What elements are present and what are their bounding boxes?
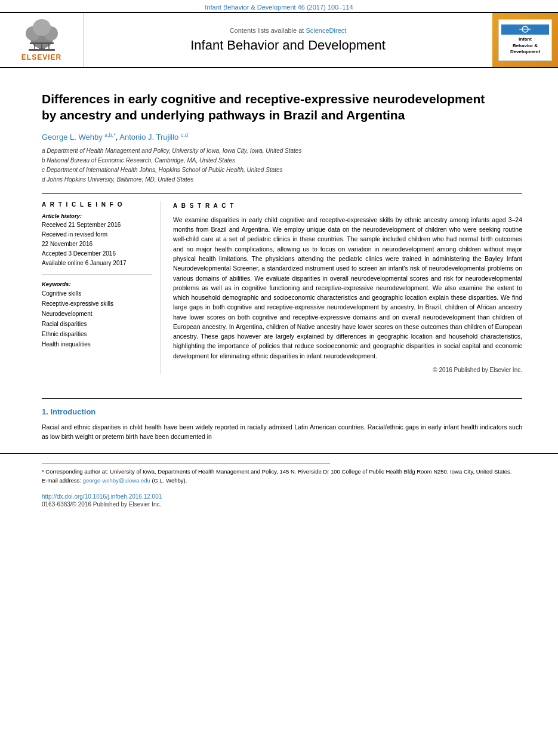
available-date: Available online 6 January 2017 bbox=[42, 259, 152, 268]
elsevier-logo: ELSEVIER bbox=[0, 13, 84, 67]
elsevier-tree-icon bbox=[18, 19, 66, 51]
author-trujillo: Antonio J. Trujillo bbox=[119, 133, 178, 142]
intro-heading: 1. Introduction bbox=[42, 407, 522, 416]
journal-logo-box: Infant Behavior & Development bbox=[498, 19, 552, 61]
svg-rect-9 bbox=[29, 49, 55, 51]
footnote-email-link[interactable]: george-wehby@uiowa.edu bbox=[83, 477, 150, 484]
author-wehby-sup: a,b,* bbox=[104, 132, 116, 138]
keyword-2: Receptive-expressive skills bbox=[42, 299, 152, 309]
contents-label: Contents lists available at bbox=[230, 27, 304, 34]
paper-title: Differences in early cognitive and recep… bbox=[42, 91, 522, 124]
footnote-area: * Corresponding author at: University of… bbox=[0, 453, 558, 490]
article-info-panel: A R T I C L E I N F O Article history: R… bbox=[42, 201, 161, 374]
revised-date: 22 November 2016 bbox=[42, 239, 152, 249]
footnote-divider bbox=[42, 463, 330, 464]
elsevier-brand-text: ELSEVIER bbox=[21, 53, 61, 62]
keyword-1: Cognitive skills bbox=[42, 288, 152, 299]
authors-line: George L. Wehby a,b,*, Antonio J. Trujil… bbox=[42, 132, 522, 142]
article-dates: Received 21 September 2016 Received in r… bbox=[42, 220, 152, 268]
sciencedirect-line: Contents lists available at ScienceDirec… bbox=[230, 27, 347, 34]
keyword-4: Racial disparities bbox=[42, 319, 152, 329]
affiliation-d: d Johns Hopkins University, Baltimore, M… bbox=[42, 175, 522, 184]
doi-link[interactable]: http://dx.doi.org/10.1016/j.infbeh.2016.… bbox=[42, 493, 522, 500]
keyword-6: Health inequalities bbox=[42, 339, 152, 349]
affiliations-block: a Department of Health Management and Po… bbox=[42, 146, 522, 184]
keyword-5: Ethnic disparities bbox=[42, 329, 152, 339]
sciencedirect-link[interactable]: ScienceDirect bbox=[306, 27, 346, 34]
author-trujillo-sup: c,d bbox=[181, 132, 188, 138]
author-wehby: George L. Wehby bbox=[42, 133, 103, 142]
footnote-star: * Corresponding author at: University of… bbox=[42, 468, 522, 476]
logo-text: Infant Behavior & Development bbox=[510, 36, 540, 55]
received-date: Received 21 September 2016 bbox=[42, 220, 152, 230]
affiliation-b: b National Bureau of Economic Research, … bbox=[42, 156, 522, 165]
accepted-date: Accepted 3 December 2016 bbox=[42, 249, 152, 259]
keywords-list: Cognitive skills Receptive-expressive sk… bbox=[42, 288, 152, 349]
journal-citation: Infant Behavior & Development 46 (2017) … bbox=[205, 4, 353, 11]
affiliation-a: a Department of Health Management and Po… bbox=[42, 146, 522, 155]
article-info-heading: A R T I C L E I N F O bbox=[42, 201, 152, 208]
abstract-text: We examine disparities in early child co… bbox=[173, 215, 522, 361]
abstract-panel: A B S T R A C T We examine disparities i… bbox=[173, 201, 522, 374]
journal-title-block: Contents lists available at ScienceDirec… bbox=[84, 13, 492, 67]
article-history-label: Article history: bbox=[42, 213, 152, 219]
keywords-heading: Keywords: bbox=[42, 281, 152, 287]
journal-main-title: Infant Behavior and Development bbox=[190, 38, 386, 53]
svg-rect-5 bbox=[30, 42, 54, 44]
logo-top-bar bbox=[501, 24, 549, 35]
doi-area: http://dx.doi.org/10.1016/j.infbeh.2016.… bbox=[0, 490, 558, 511]
keyword-3: Neurodevelopment bbox=[42, 309, 152, 319]
affiliation-c: c Department of International Health Joh… bbox=[42, 165, 522, 174]
journal-logo-right: Infant Behavior & Development bbox=[492, 13, 558, 67]
received-revised-label: Received in revised form bbox=[42, 230, 152, 239]
footnote-email: E-mail address: george-wehby@uiowa.edu (… bbox=[42, 477, 522, 485]
issn-text: 0163-6383/© 2016 Published by Elsevier I… bbox=[42, 501, 522, 508]
intro-text: Racial and ethnic disparities in child h… bbox=[42, 422, 522, 442]
svg-point-4 bbox=[33, 19, 51, 36]
abstract-heading: A B S T R A C T bbox=[173, 201, 522, 210]
abstract-copyright: © 2016 Published by Elsevier Inc. bbox=[173, 365, 522, 374]
